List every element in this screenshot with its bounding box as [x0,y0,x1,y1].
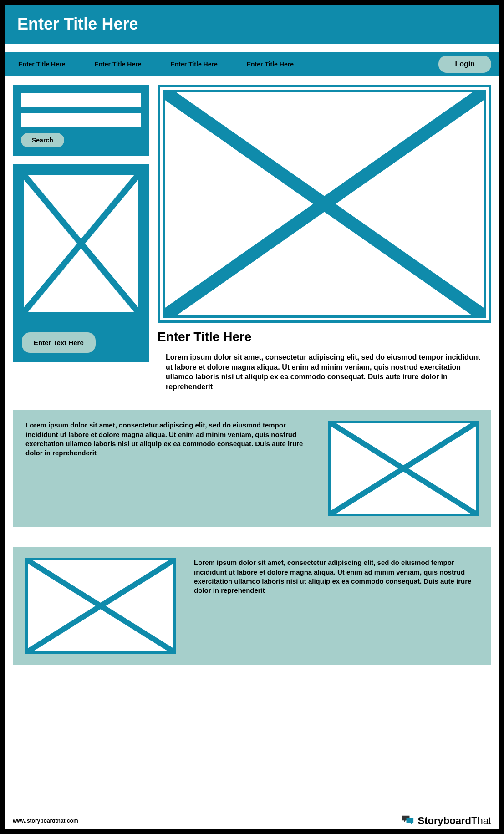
search-input-1[interactable] [21,93,141,107]
spacer [5,44,499,52]
storyboardthat-logo: StoryboardThat [402,815,491,827]
hero-title[interactable]: Enter Title Here [158,330,491,344]
search-input-2[interactable] [21,113,141,127]
nav-item-3[interactable]: Enter Title Here [165,57,223,71]
image-placeholder-icon [22,173,140,314]
promo-button[interactable]: Enter Text Here [22,332,96,353]
search-panel: Search [13,85,149,156]
nav-item-2[interactable]: Enter Title Here [89,57,147,71]
image-placeholder-icon [163,90,486,318]
nav-item-1[interactable]: Enter Title Here [13,57,71,71]
search-button[interactable]: Search [21,133,64,147]
hero-body-text[interactable]: Lorem ipsum dolor sit amet, consectetur … [158,352,491,392]
footer-url: www.storyboardthat.com [13,818,78,824]
content-band-1: Lorem ipsum dolor sit amet, consectetur … [13,410,491,527]
band-1-text[interactable]: Lorem ipsum dolor sit amet, consectetur … [25,421,310,458]
image-placeholder-icon [25,558,176,654]
content-band-2: Lorem ipsum dolor sit amet, consectetur … [13,547,491,665]
footer: www.storyboardthat.com StoryboardThat [13,815,491,827]
image-placeholder-icon [328,421,479,516]
login-button[interactable]: Login [438,56,491,73]
nav-item-4[interactable]: Enter Title Here [241,57,299,71]
page-header: Enter Title Here [5,5,499,44]
hero-image-frame [158,85,491,323]
page-title[interactable]: Enter Title Here [17,15,487,34]
speech-bubbles-icon [402,815,414,827]
nav-bar: Enter Title Here Enter Title Here Enter … [5,52,499,76]
promo-panel: Enter Text Here [13,164,149,362]
band-2-text[interactable]: Lorem ipsum dolor sit amet, consectetur … [194,558,479,595]
